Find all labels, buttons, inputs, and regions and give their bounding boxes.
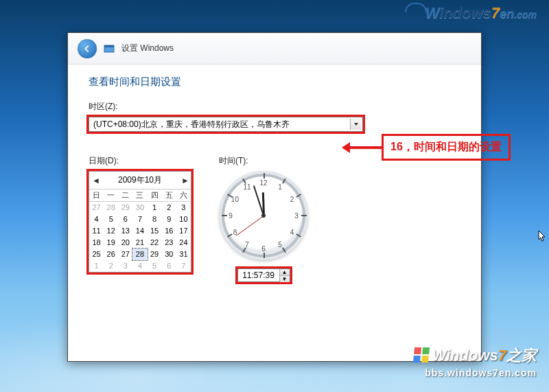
spinner-down-icon[interactable]: ▼	[280, 276, 290, 282]
calendar-dow: 三	[132, 189, 147, 202]
calendar-dow: 五	[162, 189, 176, 202]
date-label: 日期(D):	[89, 155, 191, 167]
window-title: 设置 Windows	[121, 43, 174, 54]
calendar-day[interactable]: 13	[118, 225, 132, 237]
calendar-day[interactable]: 30	[132, 202, 147, 214]
calendar-day[interactable]: 7	[176, 260, 191, 272]
calendar-day[interactable]: 10	[176, 214, 191, 225]
calendar-day[interactable]: 31	[176, 249, 191, 260]
calendar-day[interactable]: 16	[162, 225, 176, 237]
calendar-day[interactable]: 11	[89, 225, 104, 237]
calendar-day[interactable]: 1	[148, 202, 162, 214]
watermark-top: Windows7en.com	[425, 4, 537, 22]
calendar-highlight: ◄ 2009年10月 ► 日一二三四五六 2728293012345678910…	[89, 171, 191, 273]
back-button[interactable]	[78, 39, 97, 58]
back-arrow-icon	[82, 44, 92, 54]
timezone-label: 时区(Z):	[89, 101, 460, 113]
calendar-day[interactable]: 5	[148, 260, 162, 272]
wizard-icon	[104, 43, 115, 54]
svg-rect-1	[104, 45, 114, 47]
calendar-day[interactable]: 27	[89, 202, 104, 214]
calendar-day[interactable]: 29	[148, 249, 162, 260]
calendar-dow: 一	[104, 189, 118, 202]
calendar-day[interactable]: 2	[104, 260, 118, 272]
calendar-dow: 四	[148, 189, 162, 202]
calendar-dow: 六	[176, 189, 191, 202]
timezone-dropdown[interactable]: (UTC+08:00)北京，重庆，香港特别行政区，乌鲁木齐	[89, 117, 363, 132]
calendar-day[interactable]: 30	[162, 249, 176, 260]
calendar-day[interactable]: 5	[104, 214, 118, 225]
calendar-dow: 二	[118, 189, 132, 202]
calendar-day[interactable]: 8	[148, 214, 162, 225]
calendar-day[interactable]: 4	[89, 214, 104, 225]
setup-wizard-window: 设置 Windows 查看时间和日期设置 时区(Z): (UTC+08:00)北…	[67, 32, 482, 362]
watermark-bottom: Windows7之家 bbs.windows7en.com	[414, 345, 537, 378]
calendar-day[interactable]: 27	[118, 249, 132, 260]
calendar-day[interactable]: 18	[89, 237, 104, 249]
arrow-icon	[344, 146, 382, 149]
time-label: 时间(T):	[219, 155, 308, 167]
calendar-day[interactable]: 15	[148, 225, 162, 237]
calendar-day[interactable]: 6	[162, 260, 176, 272]
calendar-day[interactable]: 20	[118, 237, 132, 249]
time-field[interactable]	[238, 270, 279, 280]
timezone-value: (UTC+08:00)北京，重庆，香港特别行政区，乌鲁木齐	[93, 119, 290, 130]
calendar-day[interactable]: 2	[162, 202, 176, 214]
calendar-day[interactable]: 12	[104, 225, 118, 237]
calendar-day[interactable]: 25	[89, 249, 104, 260]
date-picker[interactable]: ◄ 2009年10月 ► 日一二三四五六 2728293012345678910…	[89, 171, 191, 273]
calendar-day[interactable]: 22	[148, 237, 162, 249]
calendar-day[interactable]: 19	[104, 237, 118, 249]
calendar-day[interactable]: 7	[132, 214, 147, 225]
wizard-body: 查看时间和日期设置 时区(Z): (UTC+08:00)北京，重庆，香港特别行政…	[68, 65, 481, 361]
page-title: 查看时间和日期设置	[89, 76, 460, 89]
calendar-dow: 日	[89, 189, 104, 202]
calendar-day[interactable]: 3	[118, 260, 132, 272]
calendar-day[interactable]: 9	[162, 214, 176, 225]
mouse-cursor-icon	[538, 230, 546, 242]
calendar-day[interactable]: 4	[132, 260, 147, 272]
calendar-day[interactable]: 28	[104, 202, 118, 214]
calendar-day[interactable]: 28	[132, 249, 147, 260]
calendar-day[interactable]: 21	[132, 237, 147, 249]
calendar-day[interactable]: 23	[162, 237, 176, 249]
wizard-header: 设置 Windows	[68, 33, 481, 65]
chevron-down-icon	[350, 119, 361, 130]
calendar-day[interactable]: 3	[176, 202, 191, 214]
spinner-up-icon[interactable]: ▲	[280, 269, 290, 276]
time-spinner[interactable]: ▲ ▼	[279, 269, 290, 281]
calendar-day[interactable]: 29	[118, 202, 132, 214]
calendar-day[interactable]: 6	[118, 214, 132, 225]
time-input-highlight: ▲ ▼	[237, 268, 290, 282]
annotation-text: 16，时间和日期的设置	[382, 134, 511, 161]
calendar-month-title: 2009年10月	[118, 174, 162, 186]
calendar-day[interactable]: 17	[176, 225, 191, 237]
calendar-day[interactable]: 26	[104, 249, 118, 260]
calendar-day[interactable]: 1	[89, 260, 104, 272]
analog-clock: 121234567891011	[219, 171, 308, 260]
calendar-day[interactable]: 14	[132, 225, 147, 237]
prev-month-button[interactable]: ◄	[92, 176, 99, 185]
next-month-button[interactable]: ►	[181, 176, 188, 185]
annotation-callout: 16，时间和日期的设置	[344, 134, 511, 161]
calendar-day[interactable]: 24	[176, 237, 191, 249]
